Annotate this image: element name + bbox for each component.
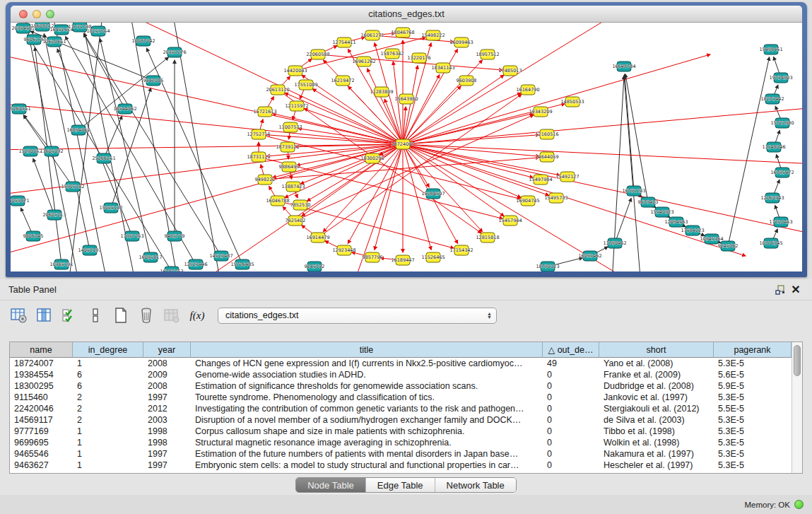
graph-node[interactable]: 16914479 [306, 233, 329, 243]
table-row[interactable]: 1456911722003Disruption of a novel membe… [10, 414, 792, 426]
table-row[interactable]: 2242004622012Investigating the contribut… [10, 403, 792, 414]
graph-node[interactable]: 15716485 [230, 259, 254, 269]
graph-node[interactable]: 7625402 [286, 216, 306, 226]
graph-node[interactable]: 9245062 [718, 241, 739, 251]
graph-node[interactable]: 16782753 [160, 267, 183, 271]
minimize-window-button[interactable] [33, 10, 41, 18]
graph-node[interactable]: 15492127 [555, 172, 579, 182]
graph-node[interactable]: 15498451 [759, 45, 782, 54]
graph-node[interactable]: 16894062 [66, 125, 90, 135]
graph-node[interactable]: 9806745 [23, 231, 44, 241]
graph-node[interactable]: 16961262 [352, 57, 375, 66]
zoom-window-button[interactable] [46, 10, 54, 18]
graph-node[interactable]: 9342085 [143, 76, 164, 86]
citation-network-graph[interactable]: 1872400718046768154982221609946318957512… [11, 23, 802, 271]
table-row[interactable]: 946554611997Estimation of the future num… [10, 448, 792, 460]
table-row[interactable]: 1872400712008Changes of HCN gene express… [10, 358, 792, 369]
table-row[interactable]: 911546021997Tourette syndrome. Phenomeno… [10, 392, 792, 403]
graph-node[interactable]: 15495733 [544, 193, 567, 203]
graph-node[interactable]: 17957253 [120, 231, 143, 241]
table-settings-button[interactable] [8, 305, 30, 326]
function-builder-button[interactable]: f(x) [187, 305, 208, 326]
table-row[interactable]: 977716911998Corpus callosum shape and si… [10, 426, 792, 437]
vertical-scrollbar[interactable] [792, 342, 802, 473]
graph-node[interactable]: 16095817 [139, 252, 162, 262]
graph-node[interactable]: 12094563 [664, 217, 688, 227]
table-source-dropdown[interactable]: citations_edges.txt ▲▼ [218, 308, 497, 324]
graph-node[interactable]: 14644059 [535, 152, 558, 162]
graph-node[interactable]: 12115972 [285, 101, 308, 111]
column-header-year[interactable]: year [143, 342, 191, 358]
graph-node[interactable]: 12923448 [332, 245, 355, 255]
column-header-pagerank[interactable]: pagerank [714, 342, 792, 358]
graph-node[interactable]: 25266251 [92, 153, 115, 163]
graph-node[interactable]: 18790123 [536, 262, 559, 271]
tab-edge-table[interactable]: Edge Table [366, 478, 435, 492]
graph-node[interactable]: 17485013 [498, 66, 522, 76]
graph-node[interactable]: 25260551 [11, 104, 31, 114]
graph-node[interactable]: 17154342 [449, 245, 473, 255]
graph-node[interactable]: 14052191 [78, 245, 101, 255]
graph-node[interactable]: 10776345 [759, 238, 782, 248]
graph-node[interactable]: 14420043 [283, 66, 307, 76]
graph-node[interactable]: 9857796 [363, 252, 383, 262]
graph-node[interactable]: 16189447 [391, 255, 414, 265]
graph-node[interactable]: 15290052 [18, 146, 42, 156]
graph-node[interactable]: 11526465 [421, 252, 445, 262]
graph-node[interactable]: 9603908 [457, 76, 477, 86]
graph-node[interactable]: 16219472 [331, 76, 354, 86]
graph-node[interactable]: 18273442 [760, 94, 784, 104]
table-row[interactable]: 969969511998Structural magnetic resonanc… [10, 437, 792, 448]
row-height-button[interactable] [85, 305, 106, 326]
graph-node[interactable]: 11087042 [131, 36, 155, 46]
column-header-in_degree[interactable]: in_degree [73, 342, 143, 358]
select-mode-button[interactable] [59, 305, 81, 326]
graph-node[interactable]: 17551089 [294, 80, 317, 90]
graph-node[interactable]: 15457944 [498, 216, 522, 226]
graph-node[interactable]: 9245012 [305, 262, 325, 271]
graph-node[interactable]: 11283809 [370, 87, 393, 97]
graph-node[interactable]: 20605213 [42, 210, 66, 220]
graph-node[interactable]: 16061271 [360, 30, 384, 40]
column-header-title[interactable]: title [191, 342, 543, 358]
column-edit-button[interactable] [34, 305, 55, 326]
graph-node[interactable]: 15721980 [770, 118, 794, 128]
graph-node[interactable]: 14850533 [560, 97, 584, 107]
graph-node[interactable]: 19734903 [769, 73, 792, 83]
float-panel-icon[interactable] [772, 284, 788, 296]
graph-node[interactable]: 7852530 [290, 200, 311, 210]
graph-node[interactable]: 13605092 [40, 146, 63, 156]
import-table-button[interactable] [161, 305, 182, 326]
graph-node[interactable]: 18957512 [476, 49, 499, 59]
table-row[interactable]: 1830029562008Estimation of significance … [10, 380, 792, 392]
graph-node[interactable]: 10365191 [49, 259, 73, 269]
graph-node[interactable]: 11007537 [278, 122, 302, 132]
graph-node[interactable]: 9679423 [638, 197, 659, 207]
table-row[interactable]: 1938455462009Genome-wide association stu… [10, 369, 792, 380]
graph-node[interactable]: 16648784 [612, 62, 635, 71]
graph-node[interactable]: 11548046 [762, 142, 785, 152]
graph-node[interactable]: 14523487 [209, 251, 233, 261]
graph-node[interactable]: 18046768 [391, 28, 414, 37]
graph-node[interactable]: 15876342 [380, 49, 404, 59]
graph-node[interactable]: 15540923 [650, 207, 673, 217]
graph-node[interactable]: 15498222 [421, 30, 445, 40]
tab-network-table[interactable]: Network Table [435, 478, 516, 492]
graph-node[interactable]: 12160343 [760, 193, 784, 203]
close-window-button[interactable] [19, 10, 28, 18]
scrollbar-thumb[interactable] [794, 345, 801, 376]
delete-table-button[interactable] [136, 305, 157, 326]
graph-node[interactable]: 15184507 [421, 189, 445, 199]
graph-node[interactable]: 9485779 [165, 231, 185, 241]
graph-node[interactable]: 9886493 [279, 162, 300, 172]
table-row[interactable]: 946362711997Embryonic stem cells: a mode… [10, 460, 792, 471]
graph-node[interactable]: 16099463 [449, 37, 473, 47]
graph-node[interactable]: 13220176 [407, 53, 430, 63]
graph-node[interactable]: 12923446 [184, 259, 207, 269]
graph-node[interactable]: 20351276 [163, 47, 186, 57]
graph-node[interactable]: 16059871 [11, 196, 30, 206]
close-panel-icon[interactable]: ✕ [788, 284, 804, 296]
column-header-short[interactable]: short [599, 342, 714, 358]
column-header-out_de[interactable]: △ out_de… [543, 342, 599, 358]
graph-node[interactable]: 9498222 [255, 175, 276, 185]
